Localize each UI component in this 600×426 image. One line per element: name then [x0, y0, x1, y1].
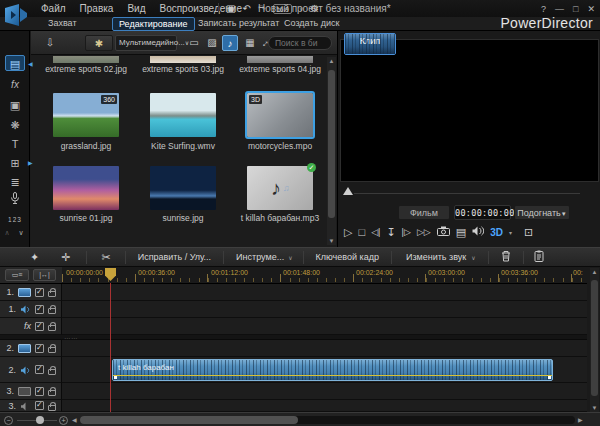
voice-over-room-icon[interactable] [5, 192, 25, 208]
library-menu-button[interactable]: ▦ [243, 35, 257, 51]
media-room-icon[interactable]: ▤ [5, 55, 25, 71]
volume-speaker-icon[interactable] [472, 224, 484, 240]
track-lock-icon[interactable] [48, 369, 56, 375]
timeline-vertical-scrollbar[interactable]: ▲ ▼ [590, 268, 599, 412]
tools-button[interactable]: Инструме... [236, 252, 284, 262]
tab-produce[interactable]: Записать результат [192, 17, 285, 31]
media-thumb-sunrise-01[interactable] [53, 166, 119, 210]
playhead-line[interactable] [110, 283, 111, 412]
fit-timeline-button[interactable]: |↔| [33, 269, 56, 281]
clip-handle-right[interactable] [548, 376, 551, 379]
fast-forward-button[interactable]: ▷▷ [417, 224, 431, 240]
track-enable-checkbox[interactable] [35, 322, 44, 331]
transition-room-icon[interactable]: ⊞ [5, 155, 25, 171]
stop-button[interactable]: □ [358, 224, 365, 240]
rooms-scroll-up-icon[interactable]: ∧ [1, 229, 13, 237]
plugins-button[interactable]: ✱ [85, 35, 113, 51]
track-enable-checkbox[interactable] [35, 305, 44, 314]
track-lock-icon[interactable] [48, 308, 56, 314]
zoom-out-button[interactable]: − [4, 416, 13, 425]
particle-room-icon[interactable]: ❋ [5, 117, 25, 133]
track-manager-button[interactable]: ▭≡ [5, 269, 29, 281]
track-enable-checkbox[interactable] [35, 401, 44, 410]
track-lane[interactable]: t killah барабан [62, 357, 587, 383]
media-thumb-partial[interactable] [53, 56, 119, 63]
preview-video-area[interactable] [340, 39, 599, 182]
track-lock-icon[interactable] [48, 390, 56, 396]
next-frame-button[interactable]: |▷ [402, 224, 411, 240]
collapse-sidebar-icon[interactable]: ◀ [28, 60, 33, 67]
library-search-input[interactable] [268, 36, 332, 50]
tools-dropdown-icon[interactable]: ∨ [288, 254, 292, 261]
detach-preview-icon[interactable]: ⊡ [524, 224, 533, 240]
chapter-room-icon[interactable]: 123 [5, 212, 25, 228]
seek-slider-handle[interactable] [343, 187, 353, 195]
media-thumb-motorcycles[interactable]: 3D [247, 93, 313, 137]
audio-dropdown-icon[interactable]: ∨ [471, 254, 475, 261]
minimize-button[interactable]: — [555, 4, 564, 14]
title-room-icon[interactable]: T [5, 136, 25, 152]
filter-video-button[interactable]: ▭ [186, 35, 202, 51]
track-lane[interactable] [62, 383, 587, 400]
media-thumb-partial[interactable] [247, 56, 313, 63]
timeline-horizontal-scrollbar[interactable] [80, 416, 575, 424]
track-lock-icon[interactable] [48, 325, 56, 331]
zoom-slider-knob[interactable] [36, 416, 44, 424]
audio-mixing-room-icon[interactable]: ≣ [5, 174, 25, 190]
timeline-ruler[interactable]: 00:00:00:00 00:00:36:00 00:01:12:00 00:0… [62, 267, 587, 284]
menu-file[interactable]: Файл [34, 3, 73, 14]
volume-rubber-band[interactable] [113, 375, 552, 376]
track-lane[interactable] [62, 400, 587, 412]
menu-edit[interactable]: Правка [73, 3, 121, 14]
vscroll-thumb[interactable] [591, 280, 598, 396]
clipboard-icon[interactable] [534, 250, 544, 264]
save-project-icon[interactable]: ▣ [226, 3, 235, 14]
maximize-button[interactable]: □ [573, 4, 578, 14]
track-enable-checkbox[interactable] [35, 344, 44, 353]
library-scrollbar-thumb[interactable] [328, 70, 335, 218]
clip-handle-left[interactable] [114, 376, 117, 379]
trash-icon[interactable] [501, 250, 511, 264]
clip-mode-button[interactable]: Клип [344, 33, 396, 55]
snapshot-camera-icon[interactable] [437, 224, 450, 240]
media-thumb-kite-surfing[interactable] [150, 93, 216, 137]
scroll-down-icon[interactable]: ▼ [327, 238, 336, 244]
track-lock-icon[interactable] [48, 291, 56, 297]
media-thumb-partial[interactable] [150, 56, 216, 63]
track-lane[interactable] [62, 318, 587, 335]
zoom-in-button[interactable]: + [59, 416, 68, 425]
edit-audio-button[interactable]: Изменить звук [406, 252, 466, 262]
scroll-up-icon[interactable]: ▲ [327, 58, 336, 64]
media-thumb-grassland[interactable]: 360 [53, 93, 119, 137]
track-lane[interactable] [62, 340, 587, 357]
track-lock-icon[interactable] [48, 347, 56, 353]
fit-dropdown-button[interactable]: Подогнать▼ [514, 205, 570, 220]
effects-room-icon[interactable]: fx [5, 77, 25, 93]
seek-button[interactable]: ↧ [386, 224, 395, 240]
track-lock-icon[interactable] [48, 405, 56, 411]
range-select-icon[interactable]: ✛ [61, 251, 70, 264]
previous-frame-button[interactable]: ◁| [371, 224, 380, 240]
media-type-dropdown[interactable]: Мультимедийно... ∨ [115, 35, 177, 51]
scroll-right-icon[interactable]: ▶ [578, 416, 583, 423]
track-lane[interactable] [62, 284, 587, 301]
rooms-scroll-down-icon[interactable]: ∨ [15, 229, 27, 237]
tab-edit[interactable]: Редактирование [112, 17, 195, 31]
filter-music-button[interactable]: ♪ [222, 35, 238, 51]
tab-create-disc[interactable]: Создать диск [278, 17, 345, 31]
keyframe-button[interactable]: Ключевой кадр [316, 252, 379, 262]
pip-objects-room-icon[interactable]: ▣ [5, 97, 25, 113]
tab-capture[interactable]: Захват [42, 17, 83, 31]
filter-photo-button[interactable]: ▨ [204, 35, 220, 51]
fix-enhance-button[interactable]: Исправить / Улу... [138, 252, 211, 262]
seek-slider-track[interactable] [354, 193, 580, 194]
track-enable-checkbox[interactable] [35, 387, 44, 396]
import-media-button[interactable]: ⇩ [41, 35, 59, 51]
media-thumb-sunrise[interactable] [150, 166, 216, 210]
magic-wand-icon[interactable]: ✦ [30, 251, 39, 264]
split-scissors-icon[interactable]: ✂ [101, 251, 110, 264]
3d-mode-button[interactable]: 3D [490, 227, 503, 238]
scroll-left-icon[interactable]: ◀ [72, 416, 77, 423]
expand-sidebar-icon[interactable]: ▶ [28, 159, 33, 166]
media-info-button[interactable]: ▤ [456, 224, 466, 240]
